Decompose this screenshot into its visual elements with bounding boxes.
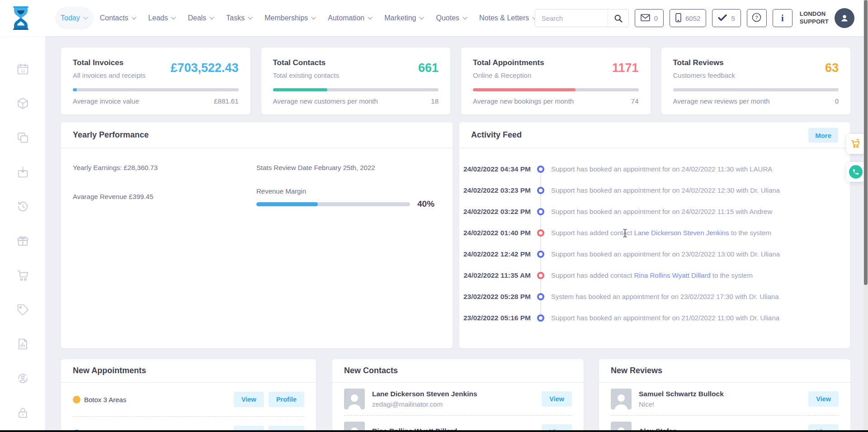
question-mark-icon: ?: [752, 13, 761, 24]
stats-review-date: Stats Review Date February 25th, 2022: [256, 164, 375, 171]
sidebar-item-vouchers[interactable]: [16, 303, 29, 316]
person-silhouette-icon: [612, 391, 630, 409]
review-note: Nice!: [639, 400, 724, 408]
user-location-name: LONDON SUPPORT: [800, 10, 829, 26]
activity-text: Support has added contact Rina Rollins W…: [551, 271, 753, 279]
app-logo-hourglass-icon[interactable]: [11, 6, 31, 30]
stat-progress-track: [73, 88, 239, 91]
panel-header: New Appointments: [61, 359, 316, 383]
chevron-down-icon: [248, 17, 253, 20]
view-button[interactable]: View: [234, 392, 264, 407]
row-buttons: View: [542, 391, 572, 407]
activity-feed-panel: Activity Feed More 24/02/2022 04:34 PM S…: [459, 122, 850, 348]
info-button[interactable]: i: [773, 9, 793, 27]
activity-item: 23/02/2022 05:28 PM System has booked an…: [459, 286, 850, 307]
sidebar-item-reports[interactable]: [16, 337, 29, 351]
sidebar-item-account[interactable]: [16, 372, 29, 385]
nav-item-memberships[interactable]: Memberships: [259, 7, 321, 29]
contact-link[interactable]: Lane Dickerson Steven Jenkins: [634, 229, 729, 237]
nav-item-deals[interactable]: Deals: [182, 7, 220, 29]
lock-icon: [16, 406, 29, 419]
sidebar-item-security[interactable]: [16, 406, 29, 419]
panel-title: New Appointments: [73, 366, 146, 375]
user-avatar[interactable]: [835, 8, 854, 28]
activity-time: 23/02/2022 05:16 PM: [459, 314, 531, 322]
yearly-performance-panel: Yearly Performance Yearly Earnings: £28,…: [61, 122, 453, 348]
nav-item-label: Automation: [328, 14, 364, 22]
nav-item-tasks[interactable]: Tasks: [221, 7, 258, 29]
stat-footer: Average new reviews per month 0: [673, 97, 839, 105]
timeline-dot-icon: [537, 208, 544, 215]
timeline-dot-icon: [537, 187, 544, 194]
search-button[interactable]: [608, 9, 628, 27]
panel-title: Activity Feed: [471, 130, 522, 140]
person-silhouette-icon: [345, 391, 363, 409]
activity-item: 24/02/2022 12:42 PM Support has booked a…: [459, 243, 850, 265]
revenue-margin-fill: [256, 202, 318, 206]
stat-footer-label: Average new reviews per month: [673, 97, 770, 105]
chevron-down-icon: [462, 17, 467, 20]
activity-item: 24/02/2022 03:22 PM Support has booked a…: [459, 201, 850, 222]
timeline-dot-icon: [537, 251, 544, 258]
sms-badge-button[interactable]: 6052: [670, 9, 706, 27]
info-icon: i: [781, 13, 784, 24]
activity-time: 24/02/2022 03:22 PM: [459, 208, 531, 216]
stat-footer-value: 0: [835, 97, 839, 105]
activity-item: 24/02/2022 04:34 PM Support has booked a…: [459, 158, 850, 180]
more-button[interactable]: More: [808, 128, 838, 142]
profile-button[interactable]: Profile: [269, 392, 304, 407]
stat-footer-label: Average invoice value: [73, 97, 139, 105]
nav-item-notes-letters[interactable]: Notes & Letters: [474, 7, 542, 29]
sidebar-item-cart[interactable]: [16, 269, 29, 282]
scrollbar-thumb[interactable]: [864, 0, 868, 285]
stat-card-total-contacts: Total Contacts Total existing contacts 6…: [261, 47, 451, 114]
checkmark-icon: [718, 14, 727, 23]
activity-text: System has booked an appointment for on …: [551, 293, 779, 300]
nav-item-leads[interactable]: Leads: [143, 7, 182, 29]
stat-subtitle: Total existing contacts: [273, 71, 439, 79]
floating-phone-button[interactable]: [846, 162, 865, 182]
gift-icon: [16, 234, 29, 247]
chevron-down-icon: [171, 17, 176, 20]
nav-item-today[interactable]: Today: [55, 7, 94, 29]
email-badge-button[interactable]: 0: [635, 9, 664, 27]
floating-cart-button[interactable]: [846, 134, 865, 154]
stat-progress-fill: [473, 88, 576, 91]
activity-time: 24/02/2022 01:40 PM: [459, 229, 531, 237]
nav-item-automation[interactable]: Automation: [322, 7, 378, 29]
tasks-badge-button[interactable]: 5: [712, 9, 741, 27]
chevron-down-icon: [132, 17, 137, 20]
sidebar-item-products[interactable]: [16, 97, 29, 110]
average-revenue: Avarage Revenue £399.45: [73, 193, 153, 200]
page-scrollbar[interactable]: [863, 0, 868, 432]
stat-value: 1171: [612, 61, 639, 75]
appointment-name: Botox 3 Areas: [84, 396, 126, 404]
help-button[interactable]: ?: [747, 9, 767, 27]
contact-link[interactable]: Rina Rollins Wyatt Dillard: [634, 271, 710, 279]
header-right-controls: 0 6052 5 ? i LONDON SUPPORT: [535, 8, 854, 28]
nav-item-quotes[interactable]: Quotes: [430, 7, 473, 29]
search-icon: [614, 14, 623, 23]
activity-text: Support has booked an appointment for on…: [551, 314, 779, 322]
nav-item-label: Marketing: [384, 14, 416, 22]
nav-item-marketing[interactable]: Marketing: [379, 7, 429, 29]
nav-item-contacts[interactable]: Contacts: [94, 7, 142, 29]
stat-footer-value: £881.61: [214, 97, 238, 105]
view-button[interactable]: View: [542, 391, 572, 407]
sidebar-item-services[interactable]: [16, 131, 29, 144]
activity-text: Support has booked an appointment for on…: [551, 186, 780, 194]
reviewer-name: Samuel Schwartz Bullock: [639, 390, 724, 398]
view-button[interactable]: View: [808, 391, 839, 407]
sidebar-item-gifts[interactable]: [16, 234, 29, 247]
new-reviews-panel: New Reviews Samuel Schwartz Bullock Nice…: [599, 359, 850, 432]
nav-item-label: Memberships: [264, 14, 308, 22]
sidebar-item-bookings[interactable]: [16, 166, 29, 179]
sidebar-item-history[interactable]: [16, 200, 29, 213]
stat-title: Total Contacts: [273, 58, 439, 67]
contact-email: zedagi@mailinator.com: [372, 400, 477, 408]
nav-item-label: Today: [61, 14, 80, 22]
search-input[interactable]: [535, 9, 608, 27]
activity-time: 24/02/2022 04:34 PM: [459, 165, 531, 173]
chevron-down-icon: [368, 17, 373, 20]
sidebar-item-calendar[interactable]: 12: [16, 62, 29, 76]
